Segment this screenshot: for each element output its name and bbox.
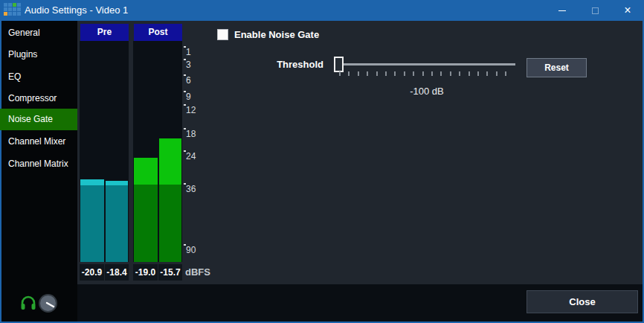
scale-label-18: 18	[186, 129, 204, 139]
pre-meter-value-2: -18.4	[105, 264, 129, 281]
window-title: Audio Settings - Video 1	[25, 0, 128, 21]
post-meter-bar-1-peak	[134, 158, 158, 185]
minimize-button[interactable]	[546, 0, 579, 21]
scale-label-24: 24	[186, 151, 204, 162]
close-button[interactable]: Close	[527, 290, 638, 313]
threshold-label: Threshold	[264, 59, 323, 70]
sidebar-item-channel-mixer[interactable]: Channel Mixer	[1, 131, 77, 153]
close-window-button[interactable]: ×	[611, 0, 644, 21]
headphones-volume-knob[interactable]	[39, 294, 57, 313]
maximize-button[interactable]	[579, 0, 611, 21]
post-meter-bar-2	[159, 185, 181, 262]
threshold-slider-ticks	[339, 71, 515, 76]
audio-settings-window: Audio Settings - Video 1 × General Plugi…	[0, 0, 644, 323]
post-meter-value-2: -15.7	[158, 264, 182, 281]
scale-label-3: 3	[186, 60, 204, 70]
sidebar-item-channel-matrix[interactable]: Channel Matrix	[1, 153, 77, 175]
vmix-logo-icon	[4, 3, 21, 16]
sidebar-item-compressor[interactable]: Compressor	[1, 88, 77, 109]
scale-label-6: 6	[186, 75, 204, 86]
scale-label-12: 12	[186, 105, 204, 115]
sidebar-item-noise-gate[interactable]: Noise Gate	[0, 109, 77, 130]
scale-label-90: 90	[186, 245, 204, 255]
minimize-icon	[558, 10, 566, 11]
meter-unit-label: dBFS	[185, 264, 210, 281]
scale-label-9: 9	[186, 92, 204, 102]
settings-sidebar: General Plugins EQ Compressor Noise Gate…	[1, 21, 77, 322]
enable-noise-gate-label: Enable Noise Gate	[234, 29, 319, 41]
pre-meter-bar-2	[106, 185, 128, 262]
scale-label-36: 36	[186, 184, 204, 194]
enable-noise-gate-checkbox[interactable]	[217, 29, 228, 40]
post-meter-bar-2-peak	[159, 138, 181, 185]
sidebar-item-general[interactable]: General	[1, 22, 77, 44]
pre-meter-header: Pre	[80, 24, 129, 41]
reset-button[interactable]: Reset	[527, 58, 587, 77]
post-meter-value-1: -19.0	[133, 264, 158, 281]
threshold-slider-thumb[interactable]	[334, 57, 344, 72]
maximize-icon	[592, 7, 599, 14]
titlebar[interactable]: Audio Settings - Video 1 ×	[0, 0, 644, 21]
post-meter-header: Post	[134, 24, 182, 41]
pre-meter-bar-1	[80, 185, 104, 262]
headphones-icon[interactable]	[20, 295, 36, 311]
sidebar-item-eq[interactable]: EQ	[1, 66, 77, 88]
sidebar-item-plugins[interactable]: Plugins	[1, 44, 77, 65]
close-icon: ×	[624, 4, 631, 16]
post-meter-bar-1	[134, 185, 158, 262]
pre-meter-value-1: -20.9	[80, 264, 104, 281]
threshold-value: -100 dB	[338, 86, 515, 97]
threshold-slider-track[interactable]	[338, 63, 515, 65]
pre-meter-bar-1-peak	[80, 179, 104, 185]
scale-label-1: 1	[186, 47, 204, 57]
